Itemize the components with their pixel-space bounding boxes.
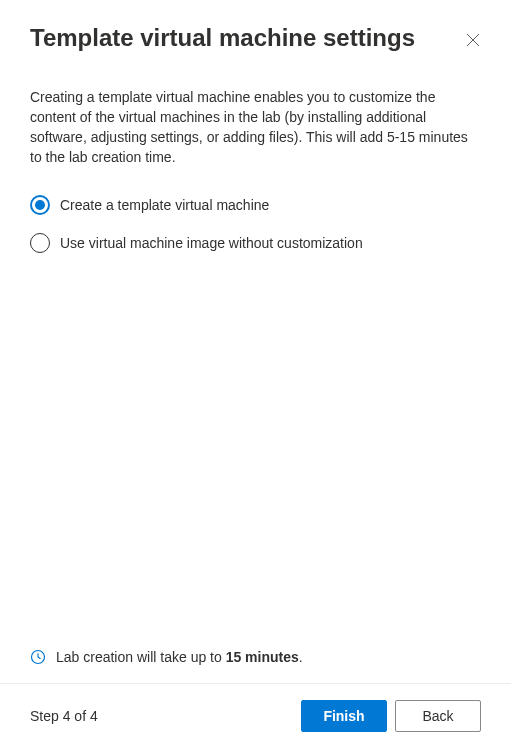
option-label: Create a template virtual machine — [60, 197, 269, 213]
info-suffix: . — [299, 649, 303, 665]
option-create-template[interactable]: Create a template virtual machine — [30, 195, 481, 215]
panel-footer: Step 4 of 4 Finish Back — [0, 683, 511, 747]
radio-selected-icon — [30, 195, 50, 215]
radio-unselected-icon — [30, 233, 50, 253]
info-bold: 15 minutes — [226, 649, 299, 665]
option-use-image[interactable]: Use virtual machine image without custom… — [30, 233, 481, 253]
panel-description: Creating a template virtual machine enab… — [30, 87, 481, 167]
panel-title: Template virtual machine settings — [30, 24, 415, 53]
panel-body: Creating a template virtual machine enab… — [0, 53, 511, 683]
option-label: Use virtual machine image without custom… — [60, 235, 363, 251]
close-button[interactable] — [463, 30, 483, 50]
back-button[interactable]: Back — [395, 700, 481, 732]
finish-button[interactable]: Finish — [301, 700, 387, 732]
panel-header: Template virtual machine settings — [0, 0, 511, 53]
info-text: Lab creation will take up to 15 minutes. — [56, 649, 303, 665]
step-indicator: Step 4 of 4 — [30, 708, 98, 724]
template-option-group: Create a template virtual machine Use vi… — [30, 195, 481, 253]
info-message: Lab creation will take up to 15 minutes. — [30, 649, 481, 665]
settings-panel: Template virtual machine settings Creati… — [0, 0, 511, 747]
clock-icon — [30, 649, 46, 665]
info-prefix: Lab creation will take up to — [56, 649, 226, 665]
close-icon — [466, 33, 480, 47]
